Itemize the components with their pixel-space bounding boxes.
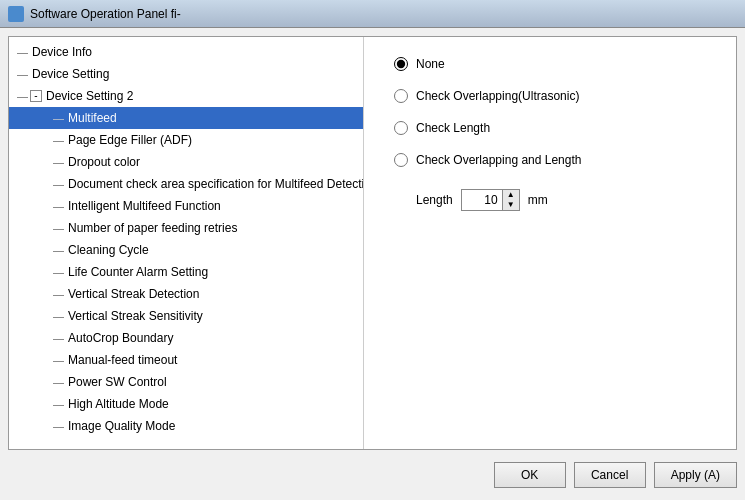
tree-item-image-quality-mode[interactable]: — Image Quality Mode: [9, 415, 363, 437]
radio-check-length[interactable]: [394, 121, 408, 135]
tree-line: —: [17, 65, 28, 83]
tree-item-paper-feeding[interactable]: — Number of paper feeding retries: [9, 217, 363, 239]
tree-label-document-check: Document check area specification for Mu…: [68, 175, 364, 193]
content-area: — Device Info — Device Setting — - Devic…: [8, 36, 737, 450]
right-panel: None Check Overlapping(Ultrasonic) Check…: [364, 37, 736, 449]
tree-line: —: [53, 241, 64, 259]
tree-label-multifeed: Multifeed: [68, 109, 117, 127]
tree-item-document-check[interactable]: — Document check area specification for …: [9, 173, 363, 195]
tree-item-life-counter[interactable]: — Life Counter Alarm Setting: [9, 261, 363, 283]
tree-label-cleaning-cycle: Cleaning Cycle: [68, 241, 149, 259]
tree-line: —: [53, 307, 64, 325]
tree-label-page-edge-filler: Page Edge Filler (ADF): [68, 131, 192, 149]
tree-label-manual-feed-timeout: Manual-feed timeout: [68, 351, 177, 369]
tree-line: —: [53, 175, 64, 193]
tree-item-intelligent-multifeed[interactable]: — Intelligent Multifeed Function: [9, 195, 363, 217]
radio-label-check-overlapping: Check Overlapping(Ultrasonic): [416, 89, 579, 103]
tree-line: —: [53, 329, 64, 347]
tree-label-intelligent-multifeed: Intelligent Multifeed Function: [68, 197, 221, 215]
tree-line: —: [17, 87, 28, 105]
tree-line: —: [53, 131, 64, 149]
title-bar: Software Operation Panel fi-: [0, 0, 745, 28]
tree-label-device-info: Device Info: [32, 43, 92, 61]
spinner-down-button[interactable]: ▼: [503, 200, 519, 210]
tree-line: —: [53, 197, 64, 215]
radio-label-none: None: [416, 57, 445, 71]
title-text: Software Operation Panel fi-: [30, 7, 181, 21]
app-icon: [8, 6, 24, 22]
ok-button[interactable]: OK: [494, 462, 566, 488]
tree-line: —: [53, 285, 64, 303]
tree-label-life-counter: Life Counter Alarm Setting: [68, 263, 208, 281]
radio-check-overlapping-length[interactable]: [394, 153, 408, 167]
tree-item-vertical-streak-detection[interactable]: — Vertical Streak Detection: [9, 283, 363, 305]
length-input-wrap: ▲ ▼: [461, 189, 520, 211]
tree-label-high-altitude-mode: High Altitude Mode: [68, 395, 169, 413]
tree-label-paper-feeding: Number of paper feeding retries: [68, 219, 237, 237]
tree-item-cleaning-cycle[interactable]: — Cleaning Cycle: [9, 239, 363, 261]
tree-item-page-edge-filler[interactable]: — Page Edge Filler (ADF): [9, 129, 363, 151]
tree-label-device-setting: Device Setting: [32, 65, 109, 83]
length-label: Length: [416, 193, 453, 207]
tree-label-autocrop-boundary: AutoCrop Boundary: [68, 329, 173, 347]
radio-item-check-length[interactable]: Check Length: [394, 121, 706, 135]
tree-item-device-setting[interactable]: — Device Setting: [9, 63, 363, 85]
tree-panel: — Device Info — Device Setting — - Devic…: [9, 37, 364, 449]
tree-line: —: [53, 153, 64, 171]
radio-group: None Check Overlapping(Ultrasonic) Check…: [394, 57, 706, 211]
cancel-button[interactable]: Cancel: [574, 462, 646, 488]
button-bar: OK Cancel Apply (A): [8, 458, 737, 492]
tree-label-vertical-streak-sensitivity: Vertical Streak Sensitivity: [68, 307, 203, 325]
expand-icon-device-setting-2[interactable]: -: [30, 90, 42, 102]
tree-label-device-setting-2: Device Setting 2: [46, 87, 133, 105]
radio-none[interactable]: [394, 57, 408, 71]
radio-item-check-overlapping-length[interactable]: Check Overlapping and Length: [394, 153, 706, 167]
radio-item-none[interactable]: None: [394, 57, 706, 71]
tree-line: —: [53, 109, 64, 127]
tree-line: —: [53, 263, 64, 281]
tree-label-dropout-color: Dropout color: [68, 153, 140, 171]
length-row: Length ▲ ▼ mm: [394, 189, 706, 211]
tree-label-vertical-streak-detection: Vertical Streak Detection: [68, 285, 199, 303]
radio-check-overlapping[interactable]: [394, 89, 408, 103]
tree-line: —: [17, 43, 28, 61]
tree-line: —: [53, 351, 64, 369]
tree-item-power-sw-control[interactable]: — Power SW Control: [9, 371, 363, 393]
mm-label: mm: [528, 193, 548, 207]
radio-item-check-overlapping[interactable]: Check Overlapping(Ultrasonic): [394, 89, 706, 103]
radio-label-check-overlapping-length: Check Overlapping and Length: [416, 153, 581, 167]
tree-line: —: [53, 219, 64, 237]
tree-item-vertical-streak-sensitivity[interactable]: — Vertical Streak Sensitivity: [9, 305, 363, 327]
length-input[interactable]: [462, 190, 502, 210]
tree-item-device-setting-2[interactable]: — - Device Setting 2: [9, 85, 363, 107]
tree-item-dropout-color[interactable]: — Dropout color: [9, 151, 363, 173]
tree-line: —: [53, 417, 64, 435]
tree-item-device-info[interactable]: — Device Info: [9, 41, 363, 63]
apply-button[interactable]: Apply (A): [654, 462, 737, 488]
spinner-up-button[interactable]: ▲: [503, 190, 519, 200]
tree-line: —: [53, 395, 64, 413]
tree-label-image-quality-mode: Image Quality Mode: [68, 417, 175, 435]
tree-item-multifeed[interactable]: — Multifeed: [9, 107, 363, 129]
tree-item-high-altitude-mode[interactable]: — High Altitude Mode: [9, 393, 363, 415]
tree-label-power-sw-control: Power SW Control: [68, 373, 167, 391]
main-container: — Device Info — Device Setting — - Devic…: [0, 28, 745, 500]
tree-item-autocrop-boundary[interactable]: — AutoCrop Boundary: [9, 327, 363, 349]
tree-item-manual-feed-timeout[interactable]: — Manual-feed timeout: [9, 349, 363, 371]
radio-label-check-length: Check Length: [416, 121, 490, 135]
tree-line: —: [53, 373, 64, 391]
spinner-buttons: ▲ ▼: [502, 190, 519, 210]
